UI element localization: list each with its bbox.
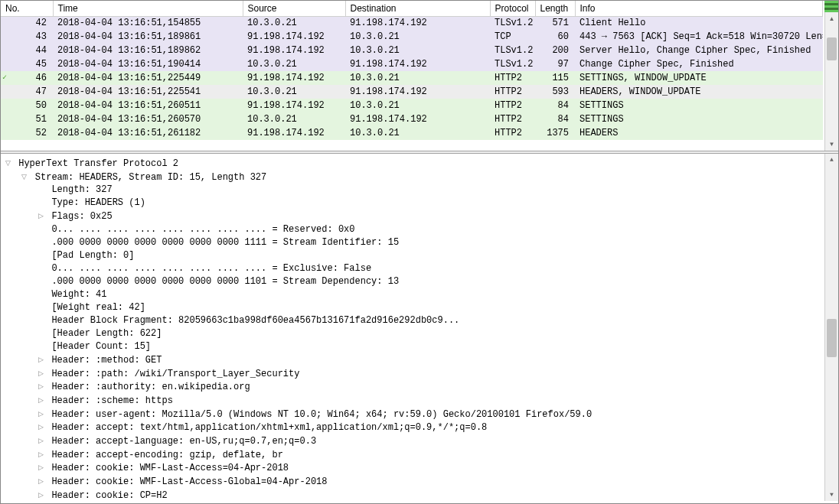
packet-row[interactable]: ✓462018-04-04 13:16:51,22544991.198.174.…	[1, 71, 823, 85]
expand-arrow-icon[interactable]	[35, 210, 46, 223]
cell-no: 47	[1, 85, 53, 99]
expand-arrow-icon[interactable]	[35, 394, 46, 407]
tree-node[interactable]: Header: accept-language: en-US,ru;q=0.7,…	[2, 434, 838, 448]
related-packet-icon: ✓	[2, 73, 7, 82]
tree-node-label: HyperText Transfer Protocol 2	[18, 158, 178, 169]
packet-table[interactable]: No. Time Source Destination Protocol Len…	[1, 1, 823, 140]
expand-arrow-icon[interactable]	[35, 489, 46, 501]
expand-arrow-icon[interactable]	[35, 353, 46, 366]
cell-source: 91.198.174.192	[243, 126, 345, 140]
packet-row[interactable]: 502018-04-04 13:16:51,26051191.198.174.1…	[1, 99, 823, 112]
expand-arrow-icon[interactable]	[35, 475, 46, 488]
col-header-no[interactable]: No.	[1, 1, 53, 16]
expand-arrow-icon[interactable]	[35, 448, 46, 461]
tree-node[interactable]: Header: :method: GET	[2, 353, 838, 367]
cell-info: Change Cipher Spec, Finished	[575, 57, 823, 71]
details-scrollbar[interactable]: ▲ ▼	[824, 154, 838, 501]
cell-protocol: HTTP2	[490, 85, 535, 99]
tree-node[interactable]: Header: cookie: CP=H2	[2, 489, 838, 501]
scroll-up-icon[interactable]: ▲	[825, 154, 838, 166]
tree-node-label: Header Block Fragment: 82059663c1ba998df…	[51, 315, 459, 326]
packet-row[interactable]: 512018-04-04 13:16:51,26057010.3.0.2191.…	[1, 112, 823, 126]
packet-row[interactable]: 422018-04-04 13:16:51,15485510.3.0.2191.…	[1, 16, 823, 30]
tree-node[interactable]: [Pad Length: 0]	[2, 249, 838, 262]
col-header-info[interactable]: Info	[575, 1, 823, 16]
tree-node[interactable]: [Weight real: 42]	[2, 301, 838, 314]
tree-node-label: Length: 327	[51, 184, 112, 195]
cell-destination: 91.198.174.192	[345, 57, 490, 71]
packet-row[interactable]: 522018-04-04 13:16:51,26118291.198.174.1…	[1, 126, 823, 140]
tree-node[interactable]: Weight: 41	[2, 288, 838, 301]
scroll-down-icon[interactable]: ▼	[825, 489, 838, 501]
cell-length: 200	[535, 44, 575, 57]
cell-length: 1375	[535, 126, 575, 140]
packet-row[interactable]: 472018-04-04 13:16:51,22554110.3.0.2191.…	[1, 85, 823, 99]
tree-node[interactable]: [Header Length: 622]	[2, 327, 838, 340]
tree-node[interactable]: Header: user-agent: Mozilla/5.0 (Windows…	[2, 408, 838, 421]
cell-length: 97	[535, 57, 575, 71]
tree-node[interactable]: .000 0000 0000 0000 0000 0000 0000 1111 …	[2, 236, 838, 249]
tree-node[interactable]: Stream: HEADERS, Stream ID: 15, Length 3…	[2, 171, 838, 184]
col-header-length[interactable]: Length	[535, 1, 575, 16]
cell-destination: 91.198.174.192	[345, 85, 490, 99]
expand-arrow-icon[interactable]	[35, 461, 46, 474]
expand-arrow-icon[interactable]	[35, 367, 46, 380]
cell-time: 2018-04-04 13:16:51,260511	[53, 99, 243, 112]
tree-node[interactable]: Type: HEADERS (1)	[2, 197, 838, 210]
col-header-time[interactable]: Time	[53, 1, 243, 16]
tree-node[interactable]: HyperText Transfer Protocol 2	[2, 157, 838, 171]
packet-list-scrollbar[interactable]: ▲ ▼	[824, 1, 838, 151]
scroll-down-icon[interactable]: ▼	[825, 138, 838, 151]
cell-info: Server Hello, Change Cipher Spec, Finish…	[575, 44, 823, 57]
cell-no: 42	[1, 16, 53, 30]
packet-list-pane[interactable]: No. Time Source Destination Protocol Len…	[1, 1, 838, 151]
cell-no: 43	[1, 30, 53, 44]
expand-arrow-icon[interactable]	[35, 408, 46, 421]
expand-arrow-icon[interactable]	[35, 421, 46, 434]
tree-node[interactable]: Length: 327	[2, 184, 838, 197]
tree-node[interactable]: Header: accept: text/html,application/xh…	[2, 421, 838, 434]
cell-time: 2018-04-04 13:16:51,260570	[53, 112, 243, 126]
scroll-thumb[interactable]	[827, 37, 837, 60]
cell-protocol: HTTP2	[490, 99, 535, 112]
tree-node[interactable]: Header: :authority: en.wikipedia.org	[2, 380, 838, 394]
col-header-protocol[interactable]: Protocol	[490, 1, 535, 16]
tree-node-label: [Header Length: 622]	[51, 328, 162, 339]
expand-arrow-icon[interactable]	[35, 380, 46, 393]
tree-node[interactable]: Header: :path: /wiki/Transport_Layer_Sec…	[2, 367, 838, 381]
cell-destination: 10.3.0.21	[345, 99, 490, 112]
expand-arrow-icon[interactable]	[35, 434, 46, 447]
packet-row[interactable]: 452018-04-04 13:16:51,19041410.3.0.2191.…	[1, 57, 823, 71]
tree-node[interactable]: Header Block Fragment: 82059663c1ba998df…	[2, 314, 838, 327]
tree-node-label: Header: cookie: WMF-Last-Access-Global=0…	[51, 476, 327, 487]
tree-node[interactable]: Flags: 0x25	[2, 210, 838, 223]
tree-node[interactable]: .000 0000 0000 0000 0000 0000 0000 1101 …	[2, 275, 838, 288]
col-header-source[interactable]: Source	[243, 1, 345, 16]
tree-node[interactable]: Header: accept-encoding: gzip, deflate, …	[2, 448, 838, 462]
tree-node-label: .000 0000 0000 0000 0000 0000 0000 1101 …	[51, 276, 399, 287]
cell-protocol: TCP	[490, 30, 535, 44]
scroll-up-icon[interactable]: ▲	[825, 13, 838, 25]
tree-node[interactable]: [Header Count: 15]	[2, 340, 838, 353]
cell-destination: 10.3.0.21	[345, 44, 490, 57]
packet-row[interactable]: 432018-04-04 13:16:51,18986191.198.174.1…	[1, 30, 823, 44]
scroll-thumb[interactable]	[827, 319, 837, 357]
packet-row[interactable]: 442018-04-04 13:16:51,18986291.198.174.1…	[1, 44, 823, 57]
cell-no: 44	[1, 44, 53, 57]
packet-details-pane[interactable]: HyperText Transfer Protocol 2 Stream: HE…	[1, 154, 838, 501]
tree-node[interactable]: Header: cookie: WMF-Last-Access=04-Apr-2…	[2, 461, 838, 475]
cell-source: 91.198.174.192	[243, 71, 345, 85]
column-header-row[interactable]: No. Time Source Destination Protocol Len…	[1, 1, 823, 16]
cell-destination: 10.3.0.21	[345, 126, 490, 140]
collapse-arrow-icon[interactable]	[2, 157, 13, 170]
tree-node[interactable]: 0... .... .... .... .... .... .... .... …	[2, 223, 838, 236]
cell-time: 2018-04-04 13:16:51,190414	[53, 57, 243, 71]
tree-node[interactable]: 0... .... .... .... .... .... .... .... …	[2, 262, 838, 275]
cell-time: 2018-04-04 13:16:51,225449	[53, 71, 243, 85]
cell-protocol: TLSv1.2	[490, 16, 535, 30]
tree-node[interactable]: Header: :scheme: https	[2, 394, 838, 408]
col-header-destination[interactable]: Destination	[345, 1, 490, 16]
collapse-arrow-icon[interactable]	[19, 171, 30, 184]
tree-node[interactable]: Header: cookie: WMF-Last-Access-Global=0…	[2, 475, 838, 489]
packet-scroll-indicator	[824, 1, 838, 12]
